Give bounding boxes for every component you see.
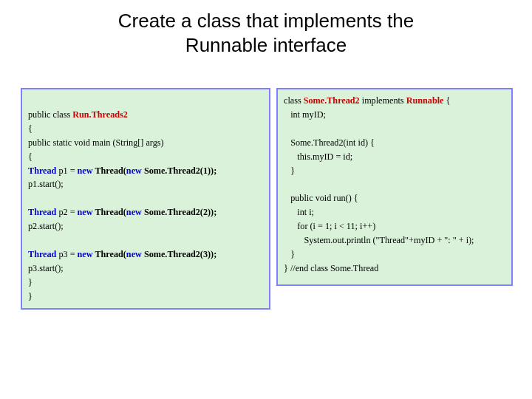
code-line: class Some.Thread2 implements Runnable {… xyxy=(284,95,474,273)
slide-title: Create a class that implements the Runna… xyxy=(0,0,532,57)
code-line: public class Run.Threads2 { public stati… xyxy=(28,109,216,301)
slide: Create a class that implements the Runna… xyxy=(0,0,532,399)
code-panels: public class Run.Threads2 { public stati… xyxy=(0,88,532,310)
right-code-box: class Some.Thread2 implements Runnable {… xyxy=(276,88,513,286)
title-line-1: Create a class that implements the xyxy=(118,10,414,32)
left-code-box: public class Run.Threads2 { public stati… xyxy=(21,88,270,310)
title-line-2: Runnable interface xyxy=(185,34,347,56)
